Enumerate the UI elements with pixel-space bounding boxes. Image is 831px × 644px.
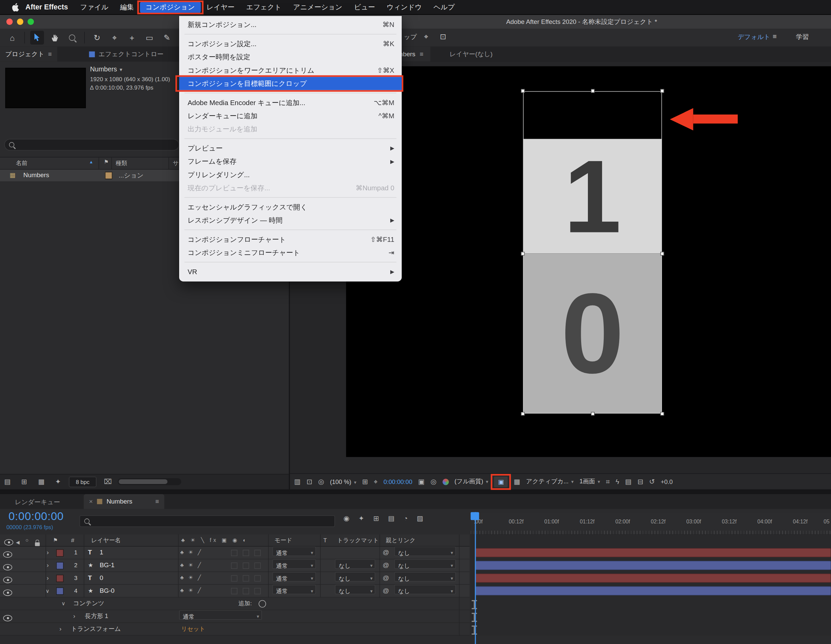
panel-menu-icon[interactable]: ≡ bbox=[155, 498, 159, 505]
scrollbar-thumb[interactable] bbox=[119, 479, 168, 484]
grid-guides-icon[interactable]: ⊞ bbox=[362, 478, 368, 486]
layer-bar-bg-1[interactable] bbox=[476, 561, 831, 570]
workspace-learn[interactable]: 学習 bbox=[796, 33, 809, 42]
graph-editor-icon[interactable]: ▤ bbox=[388, 514, 394, 523]
timeline-button-icon[interactable]: ▤ bbox=[625, 478, 632, 486]
parent-dropdown[interactable]: なし bbox=[394, 585, 456, 594]
layer-row-3[interactable]: 3 T 0 ♣ ☀ ╱ 通常 なし @ なし bbox=[0, 572, 470, 585]
layer-bar-bg-0[interactable] bbox=[476, 587, 831, 596]
eye-icon[interactable] bbox=[3, 577, 12, 583]
apple-logo[interactable] bbox=[8, 3, 22, 12]
blend-mode-dropdown[interactable]: 通常 bbox=[272, 547, 316, 556]
selection-tool[interactable] bbox=[30, 31, 44, 45]
pickwhip-icon[interactable]: @ bbox=[382, 572, 389, 584]
panel-menu-icon[interactable]: ≡ bbox=[48, 51, 52, 58]
playhead-line[interactable] bbox=[475, 512, 476, 644]
home-tool[interactable]: ⌂ bbox=[5, 31, 19, 45]
menubar-item-layer[interactable]: レイヤー bbox=[201, 2, 240, 13]
grid-options-icon[interactable]: ⊡ bbox=[440, 32, 446, 41]
menubar-item-effect[interactable]: エフェクト bbox=[240, 2, 287, 13]
shape-blend-mode-dropdown[interactable]: 通常 bbox=[179, 611, 262, 620]
eye-icon[interactable] bbox=[3, 552, 12, 558]
menu-item-add-to-render-queue[interactable]: レンダーキューに追加 ^⌘M bbox=[179, 109, 402, 122]
expander-icon[interactable] bbox=[47, 560, 49, 571]
menu-item-pre-render[interactable]: プリレンダリング... bbox=[179, 168, 402, 181]
view-layout-dropdown[interactable]: 1画面 bbox=[579, 478, 600, 486]
workspace-menu-icon[interactable]: ≡ bbox=[773, 32, 777, 40]
column-mode[interactable]: モード bbox=[274, 534, 292, 546]
transparency-grid-icon[interactable]: ▦ bbox=[514, 478, 520, 486]
sort-ascending-icon[interactable]: ▲ bbox=[89, 159, 93, 164]
selection-handle[interactable] bbox=[660, 252, 664, 256]
tab-effect-controls[interactable]: エフェクトコントロー bbox=[84, 47, 169, 62]
new-folder-icon[interactable]: ⊞ bbox=[21, 478, 27, 486]
snapshot-icon[interactable]: ▣ bbox=[418, 478, 425, 486]
always-preview-icon[interactable]: ◎ bbox=[318, 478, 324, 486]
time-ruler[interactable]: :00f 00:12f 01:00f 01:12f 02:00f 02:12f … bbox=[471, 512, 831, 535]
project-item-name[interactable]: Numbers bbox=[23, 171, 49, 179]
frame-blend-icon[interactable]: ✦ bbox=[358, 514, 364, 523]
parent-dropdown[interactable]: なし bbox=[394, 572, 456, 581]
layer-switches[interactable]: ♣ ☀ ╱ bbox=[180, 547, 202, 558]
layer-bar-1[interactable] bbox=[476, 548, 831, 557]
hand-tool[interactable] bbox=[48, 31, 62, 45]
column-number[interactable]: # bbox=[71, 534, 75, 546]
menubar-item-help[interactable]: ヘルプ bbox=[428, 2, 460, 13]
track-matte-dropdown[interactable]: なし bbox=[335, 585, 376, 594]
column-type[interactable]: 種類 bbox=[116, 159, 127, 167]
selection-handle[interactable] bbox=[591, 412, 595, 416]
column-name[interactable]: 名前 bbox=[16, 159, 28, 167]
preview-time[interactable]: 0:00:00:00 bbox=[384, 478, 412, 485]
menu-item-preview[interactable]: プレビュー ▶ bbox=[179, 142, 402, 155]
playhead-handle[interactable] bbox=[471, 512, 479, 520]
rectangle-tool[interactable]: ▭ bbox=[142, 31, 156, 45]
parent-dropdown[interactable]: なし bbox=[394, 547, 456, 556]
close-window-button[interactable] bbox=[6, 19, 13, 25]
project-search-input[interactable] bbox=[5, 139, 179, 151]
layer-switches[interactable]: ♣ ☀ ╱ bbox=[180, 572, 202, 584]
eye-icon[interactable] bbox=[3, 615, 12, 622]
label-color-swatch[interactable] bbox=[56, 562, 64, 569]
fast-preview-icon[interactable]: ϟ bbox=[616, 478, 619, 486]
active-camera-dropdown[interactable]: アクティブカ... bbox=[526, 478, 573, 486]
workspace-dropdown[interactable]: デフォルト bbox=[738, 33, 771, 42]
minimize-window-button[interactable] bbox=[17, 19, 23, 25]
selection-handle[interactable] bbox=[521, 89, 525, 92]
selection-handle[interactable] bbox=[521, 252, 525, 256]
tab-project[interactable]: プロジェクト ≡ bbox=[0, 47, 57, 62]
reset-exposure-icon[interactable]: ↺ bbox=[649, 478, 655, 486]
timeline-search-input[interactable] bbox=[80, 515, 335, 527]
layer-row-2[interactable]: 2 ★ BG-1 ♣ ☀ ╱ 通常 なし @ なし bbox=[0, 560, 470, 572]
menu-item-composition-mini-flowchart[interactable]: コンポジションミニフローチャート ⇥ bbox=[179, 246, 402, 259]
layer-switches[interactable]: ♣ ☀ ╱ bbox=[180, 585, 202, 596]
label-color-swatch[interactable] bbox=[56, 549, 64, 557]
expander-icon[interactable] bbox=[73, 611, 75, 622]
menu-item-composition-flowchart[interactable]: コンポジションフローチャート ⇧⌘F11 bbox=[179, 233, 402, 246]
pickwhip-icon[interactable]: @ bbox=[382, 585, 389, 596]
label-color-swatch[interactable] bbox=[56, 587, 64, 595]
list-view-icon[interactable]: ▤ bbox=[5, 478, 11, 486]
comp-marker-icon[interactable]: ▨ bbox=[417, 514, 423, 523]
menu-item-new-composition[interactable]: 新規コンポジション... ⌘N bbox=[179, 18, 402, 31]
menu-item-vr[interactable]: VR ▶ bbox=[179, 265, 402, 278]
menu-item-crop-comp-to-region[interactable]: コンポジションを目標範囲にクロップ bbox=[179, 77, 402, 90]
column-preserve-transparency[interactable]: T bbox=[323, 534, 327, 546]
channels-icon[interactable] bbox=[443, 478, 449, 485]
column-layer-name[interactable]: レイヤー名 bbox=[91, 534, 121, 546]
pickwhip-icon[interactable]: @ bbox=[382, 560, 389, 571]
zoom-window-button[interactable] bbox=[28, 19, 34, 25]
menu-item-composition-settings[interactable]: コンポジション設定... ⌘K bbox=[179, 37, 402, 50]
menu-item-open-in-essential-graphics[interactable]: エッセンシャルグラフィックスで開く bbox=[179, 201, 402, 214]
tab-render-queue[interactable]: レンダーキュー bbox=[15, 498, 60, 507]
pickwhip-icon[interactable]: @ bbox=[382, 547, 389, 558]
pixel-aspect-icon[interactable]: ⌗ bbox=[606, 477, 610, 486]
resolution-dropdown[interactable]: (フル画質) bbox=[455, 478, 488, 486]
column-track-matte[interactable]: トラックマット bbox=[337, 534, 379, 546]
rotation-tool[interactable]: ↻ bbox=[90, 31, 104, 45]
expander-icon[interactable] bbox=[47, 547, 49, 558]
blend-mode-dropdown[interactable]: 通常 bbox=[272, 560, 316, 569]
new-composition-icon[interactable]: ▦ bbox=[38, 478, 45, 486]
menubar-item-window[interactable]: ウィンドウ bbox=[381, 2, 428, 13]
property-row-contents[interactable]: コンテンツ 追加: bbox=[0, 598, 470, 611]
menubar-item-view[interactable]: ビュー bbox=[348, 2, 381, 13]
